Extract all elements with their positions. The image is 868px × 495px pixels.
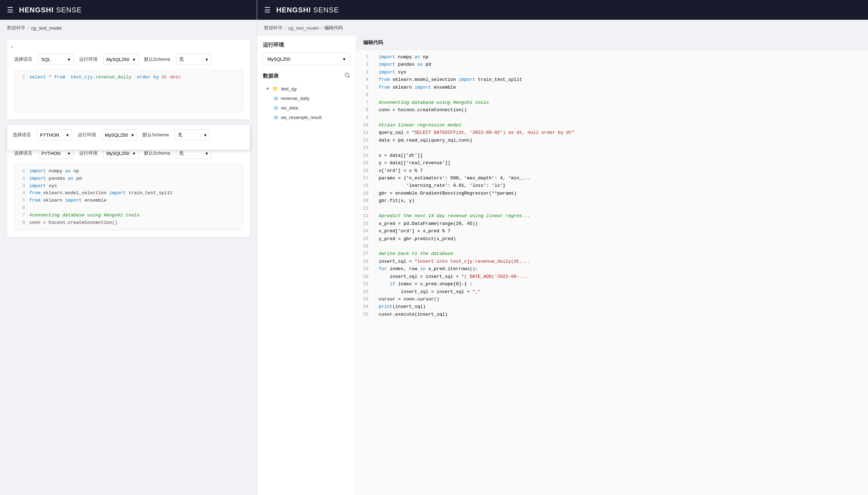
cp-line-8: 8 conn = hsconn.createConnection() xyxy=(356,106,868,114)
right-main-content: 运行环境 MySQL250 ▾ 数据表 ▼ 📁 xyxy=(257,36,868,495)
py-drop-schema-label: 默认Schema xyxy=(143,132,169,138)
left-logo: HENGSHI SENSE xyxy=(19,6,82,14)
cp-line-23: 23 x_pred = pd.DataFrame(range(29, 45)) xyxy=(356,220,868,227)
env-select-chevron: ▾ xyxy=(343,56,346,62)
right-logo: HENGSHI SENSE xyxy=(276,6,339,14)
tree-folder-item[interactable]: ▼ 📁 test_cjy xyxy=(263,84,350,94)
py-line-4: 4 from sklearn.model_selection import tr… xyxy=(18,190,239,197)
cp-line-33: 33 cursor = conn.cursor() xyxy=(356,296,868,303)
code-panel-header: 编辑代码 xyxy=(356,36,868,50)
left-content: ‹ 选择语言 SQL ▾ 运行环境 MySQL250 ▾ 默认Schema 无 … xyxy=(0,36,257,495)
sql-schema-label: 默认Schema xyxy=(144,56,170,62)
cp-line-34: 34 print(insert_sql) xyxy=(356,303,868,310)
py-lang-label: 选择语言 xyxy=(14,150,33,156)
cp-line-12: 12 data = pd.read_sql(query_sql,conn) xyxy=(356,137,868,144)
py-line-5: 5 from sklearn import ensemble xyxy=(18,197,239,204)
sql-code-editor[interactable]: 1 select * from test_cjy.revenue_daily o… xyxy=(14,70,243,112)
py-env-label: 运行环境 xyxy=(79,150,98,156)
py-line-2: 2 import pandas as pd xyxy=(18,175,239,183)
sql-selector-row: 选择语言 SQL ▾ 运行环境 MySQL250 ▾ 默认Schema 无 ▾ xyxy=(14,54,243,65)
cp-line-21: 21 xyxy=(356,205,868,212)
table-item-sw-data[interactable]: ⊞ sw_data xyxy=(263,103,350,113)
table-item-sw-resample[interactable]: ⊞ sw_resample_result xyxy=(263,113,350,122)
cp-line-6: 6 xyxy=(356,91,868,99)
sql-env-select[interactable]: MySQL250 ▾ xyxy=(103,54,138,65)
sidebar-tree: 运行环境 MySQL250 ▾ 数据表 ▼ 📁 xyxy=(257,36,356,495)
env-select[interactable]: MySQL250 ▾ xyxy=(263,53,350,65)
python-dropdown: 选择语言 PYTHON ▾ 运行环境 MySQL250 ▾ 默认Schema 无… xyxy=(7,125,250,150)
cp-line-28: 28 insert_sql = "insert into test_cjy.re… xyxy=(356,258,868,265)
cp-line-22: 22 #predict the next 14 day revenue usin… xyxy=(356,212,868,220)
right-breadcrumb-model[interactable]: cjy_test_model xyxy=(288,25,319,31)
cp-line-20: 20 gbr.fit(x, y) xyxy=(356,197,868,204)
right-breadcrumb: 数据科学 / cjy_test_model / 编辑代码 xyxy=(257,20,868,36)
python-dropdown-selector-row: 选择语言 PYTHON ▾ 运行环境 MySQL250 ▾ 默认Schema 无… xyxy=(13,129,244,141)
right-menu-icon[interactable]: ☰ xyxy=(264,6,271,14)
breadcrumb-model: cjy_test_model xyxy=(31,25,62,31)
py-line-7: 7 #connecting database using Hengshi too… xyxy=(18,212,239,219)
table-search-button[interactable] xyxy=(344,72,350,79)
table-icon-3: ⊞ xyxy=(274,115,278,120)
table-name-2: sw_data xyxy=(281,105,298,111)
py-drop-lang-label: 选择语言 xyxy=(13,132,31,138)
cp-line-17: 17 params = {'n_estimators': 500, 'max_d… xyxy=(356,174,868,182)
cp-line-10: 10 #train linear regression model xyxy=(356,121,868,129)
table-section-label: 数据表 xyxy=(263,73,279,79)
py-schema-label: 默认Schema xyxy=(144,150,170,156)
py-line-1: 1 import numpy as np xyxy=(18,168,239,175)
cp-line-13: 13 xyxy=(356,144,868,151)
cp-line-35: 35 cusor.execute(insert_sql) xyxy=(356,311,868,318)
right-panel: ☰ HENGSHI SENSE 数据科学 / cjy_test_model / … xyxy=(257,0,868,495)
cp-line-18: 18 'learning_rate': 0.01, 'loss': 'ls'} xyxy=(356,182,868,189)
py-drop-schema-select[interactable]: 无 ▾ xyxy=(175,129,210,141)
cp-line-25: 25 y_pred = gbr.predict(x_pred) xyxy=(356,235,868,243)
cp-line-19: 19 gbr = ensemble.GradientBoostingRegres… xyxy=(356,190,868,197)
python-card: 选择语言 PYTHON ▾ 运行环境 MySQL250 ▾ 默认Schema 无… xyxy=(7,141,250,237)
py-drop-lang-select[interactable]: PYTHON ▾ xyxy=(37,129,72,141)
right-breadcrumb-root[interactable]: 数据科学 xyxy=(264,25,283,31)
sql-line-1: 1 select * from test_cjy.revenue_daily o… xyxy=(18,74,239,81)
py-drop-env-select[interactable]: MySQL250 ▾ xyxy=(102,129,137,141)
cp-line-32: 32 insert_sql = insert_sql + "," xyxy=(356,288,868,296)
cp-line-2: 2 import pandas as pd xyxy=(356,61,868,68)
sql-lang-select[interactable]: SQL ▾ xyxy=(38,54,73,65)
cp-line-4: 4 from sklearn.model_selection import tr… xyxy=(356,76,868,83)
cp-line-16: 16 x['ord'] = x % 7 xyxy=(356,167,868,174)
cp-line-24: 24 x_pred['ord'] = x_pred % 7 xyxy=(356,227,868,235)
left-menu-icon[interactable]: ☰ xyxy=(7,6,13,14)
sql-lang-label: 选择语言 xyxy=(14,56,33,62)
sql-env-label: 运行环境 xyxy=(79,56,98,62)
py-line-8: 8 conn = hsconn.createConnection() xyxy=(18,219,239,227)
left-breadcrumb: 数据科学 / cjy_test_model xyxy=(0,20,257,36)
cp-line-31: 31 if index < x_pred.shape[0]-1 : xyxy=(356,280,868,288)
folder-chevron: ▼ xyxy=(266,87,270,91)
env-select-value: MySQL250 xyxy=(267,56,290,62)
cp-line-29: 29 for index, row in x_pred.iterrows(): xyxy=(356,265,868,273)
right-breadcrumb-page: 编辑代码 xyxy=(324,25,343,31)
sql-schema-select[interactable]: 无 ▾ xyxy=(176,54,211,65)
cp-line-26: 26 xyxy=(356,243,868,250)
sql-card: ‹ 选择语言 SQL ▾ 运行环境 MySQL250 ▾ 默认Schema 无 … xyxy=(7,40,250,119)
table-name-1: revenue_daily xyxy=(281,96,309,101)
env-section-title: 运行环境 xyxy=(263,42,350,48)
table-icon-1: ⊞ xyxy=(274,96,278,101)
py-line-6: 6 xyxy=(18,204,239,212)
code-panel-body[interactable]: 1 import numpy as np 2 import pandas as … xyxy=(356,50,868,495)
code-panel: 编辑代码 1 import numpy as np 2 import panda… xyxy=(356,36,868,495)
breadcrumb-root[interactable]: 数据科学 xyxy=(7,25,25,31)
cp-line-9: 9 xyxy=(356,114,868,121)
svg-line-1 xyxy=(348,76,350,78)
cp-line-30: 30 insert_sql = insert_sql + "( DATE_ADD… xyxy=(356,273,868,280)
right-header: ☰ HENGSHI SENSE xyxy=(257,0,868,20)
py-drop-env-label: 运行环境 xyxy=(78,132,96,138)
back-button[interactable]: ‹ xyxy=(11,44,13,50)
folder-icon: 📁 xyxy=(272,86,278,91)
folder-name: test_cjy xyxy=(281,86,297,91)
python-code-editor[interactable]: 1 import numpy as np 2 import pandas as … xyxy=(14,164,243,230)
table-item-revenue-daily[interactable]: ⊞ revenue_daily xyxy=(263,94,350,103)
left-panel: ☰ HENGSHI SENSE 数据科学 / cjy_test_model ‹ … xyxy=(0,0,257,495)
left-header: ☰ HENGSHI SENSE xyxy=(0,0,257,20)
cp-line-5: 5 from sklearn import ensemble xyxy=(356,84,868,91)
cp-line-3: 3 import sys xyxy=(356,68,868,76)
cp-line-7: 7 #connecting database using Hengshi too… xyxy=(356,99,868,106)
